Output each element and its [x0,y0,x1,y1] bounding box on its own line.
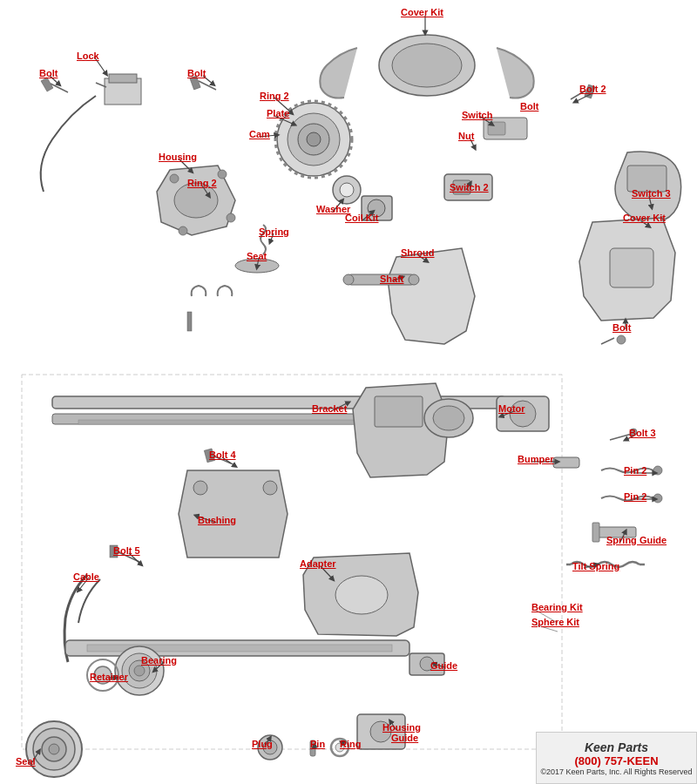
svg-point-9 [392,44,462,87]
label-seat[interactable]: Seat [247,251,267,261]
label-ring2b[interactable]: Ring 2 [187,178,217,188]
label-pin-bottom[interactable]: Pin [310,739,325,749]
label-bolt-tl[interactable]: Bolt [39,68,58,78]
phone-number[interactable]: (800) 757-KEEN [574,754,658,767]
label-bumper[interactable]: Bumper [518,454,554,464]
label-cable[interactable]: Cable [73,571,99,582]
svg-rect-31 [610,248,653,287]
label-pin2-mid[interactable]: Pin 2 [624,491,646,502]
label-bracket[interactable]: Bracket [312,403,347,414]
label-shroud[interactable]: Shroud [401,247,435,258]
label-motor[interactable]: Motor [498,403,525,414]
svg-point-19 [174,183,218,218]
copyright-text: ©2017 Keen Parts, Inc. All Rights Reserv… [540,767,692,776]
bumper-group [553,457,579,468]
label-bolt3[interactable]: Bolt 3 [629,428,656,438]
svg-point-85 [49,744,59,754]
label-coverkit-right[interactable]: Cover Kit [623,213,666,223]
svg-rect-2 [109,74,137,83]
label-cam[interactable]: Cam [249,129,270,139]
label-spring-guide[interactable]: Spring Guide [606,535,667,545]
label-bearing-kit[interactable]: Bearing Kit [531,602,583,612]
label-bushing[interactable]: Bushing [198,515,236,525]
svg-point-20 [170,174,179,183]
label-plug[interactable]: Plug [252,739,273,749]
label-shaft[interactable]: Shaft [380,274,404,284]
label-bolt-right[interactable]: Bolt [520,101,538,112]
seal-group [26,721,82,777]
label-bolt2-right[interactable]: Bolt 2 [579,84,606,94]
label-switch2[interactable]: Switch 2 [450,182,489,193]
bearing-assembly [115,646,164,695]
label-switch3[interactable]: Switch 3 [632,188,671,199]
label-seal[interactable]: Seal [16,756,36,767]
svg-point-45 [433,406,464,430]
switch-group [484,118,527,139]
label-ring-bottom[interactable]: Ring [340,739,361,749]
label-ring2[interactable]: Ring 2 [260,91,289,101]
svg-point-22 [227,213,235,222]
svg-point-37 [617,335,626,344]
label-retainer[interactable]: Retainer [90,672,128,682]
svg-rect-36 [187,312,192,331]
footer: Keen Parts (800) 757-KEEN ©2017 Keen Par… [536,732,697,784]
svg-point-25 [340,183,354,197]
cover-kit-right-group [579,218,675,321]
label-tilt-spring[interactable]: Tilt Spring [572,561,619,571]
svg-point-21 [218,170,227,179]
svg-rect-50 [553,457,579,468]
label-sphere-kit[interactable]: Sphere Kit [531,617,579,627]
label-bolt5[interactable]: Bolt 5 [113,545,140,556]
svg-point-34 [343,274,354,285]
label-spring[interactable]: Spring [259,226,289,237]
label-bearing[interactable]: Bearing [141,655,177,666]
svg-point-17 [307,132,321,146]
brand-logo: Keen Parts [585,740,648,754]
svg-rect-43 [375,396,423,427]
motor-group [497,396,549,431]
svg-point-60 [263,481,277,495]
mounting-bracket [179,470,288,558]
label-lock[interactable]: Lock [77,51,99,61]
diagram-container: Lock Bolt Bolt Cover Kit Bolt 2 Bolt Swi… [0,0,697,784]
housing-assembly [157,166,235,235]
label-guide[interactable]: Guide [430,660,457,671]
label-bolt-right2[interactable]: Bolt [612,322,631,333]
svg-point-52 [653,494,662,503]
label-bolt-tc[interactable]: Bolt [187,68,206,78]
label-cover-kit-top[interactable]: Cover Kit [401,7,443,17]
label-adapter[interactable]: Adapter [300,558,336,569]
label-nut[interactable]: Nut [458,131,474,141]
label-housing-guide2[interactable]: Guide [391,733,418,743]
lower-shaft [65,640,409,656]
label-housing-guide1[interactable]: Housing [382,722,421,733]
exploded-diagram [0,0,697,784]
svg-point-23 [179,226,187,235]
label-plate[interactable]: Plate [267,108,289,118]
label-pin2-right[interactable]: Pin 2 [624,465,646,476]
label-coilkit[interactable]: Coil Kit [345,213,379,223]
label-housing[interactable]: Housing [159,152,197,162]
svg-point-35 [409,274,419,285]
label-switch-top[interactable]: Switch [462,110,492,120]
svg-point-61 [335,576,388,614]
label-bolt4[interactable]: Bolt 4 [209,449,236,460]
svg-point-59 [193,481,207,495]
washer-group [333,176,361,204]
svg-point-75 [134,666,145,676]
shroud-group [388,248,475,344]
svg-rect-65 [592,523,599,542]
